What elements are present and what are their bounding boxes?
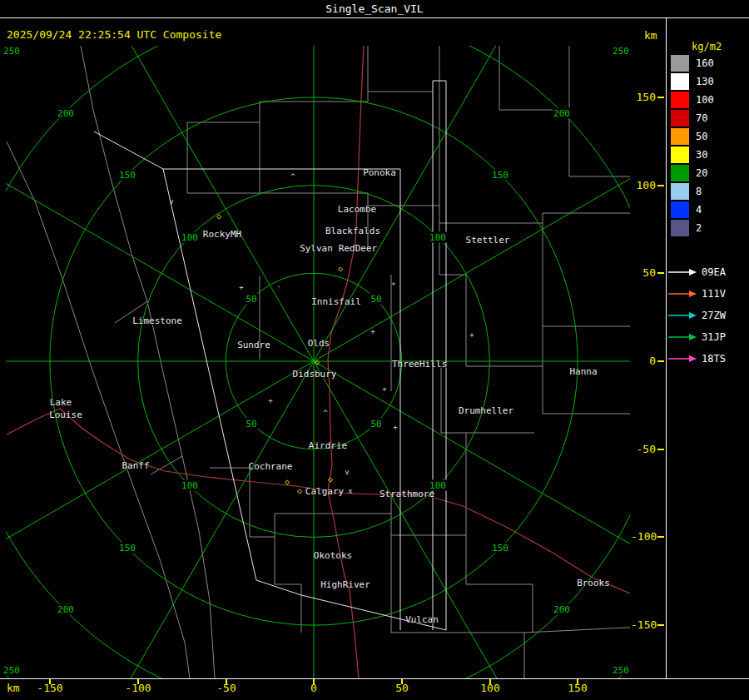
city-label: Okotoks (314, 550, 352, 561)
radar-map-canvas[interactable] (0, 0, 749, 700)
scale-value: 4 (696, 204, 702, 216)
radar-arrow-icon (667, 332, 697, 342)
y-axis-label: -150 (631, 618, 656, 631)
range-ring-label: 150 (118, 543, 136, 554)
scale-value: 70 (696, 112, 707, 124)
radar-arrow-icon (667, 354, 697, 364)
x-axis-tick (49, 679, 51, 684)
scale-swatch (671, 55, 689, 72)
city-label: Limestone (132, 315, 182, 326)
scale-swatch (671, 165, 689, 181)
city-label: RockyMH (203, 229, 241, 240)
bottom-separator-line (0, 678, 749, 679)
scale-swatch (671, 146, 689, 163)
scale-row: 70 (671, 110, 707, 127)
city-diamond-icon: ◇ (285, 477, 290, 486)
radar-site-id: 18TS (702, 353, 726, 365)
town-point-icon: ^ (290, 172, 295, 181)
radar-site-id: 09EA (702, 266, 726, 278)
city-label: Olds (308, 338, 330, 349)
scale-value: 20 (696, 167, 707, 179)
scan-timestamp: 2025/09/24 22:25:54 UTC Composite (7, 28, 221, 41)
y-axis-tick (657, 360, 664, 362)
color-scale-unit: kg/m2 (692, 41, 722, 52)
city-label: Brooks (577, 578, 610, 588)
city-label: Airdrie (309, 440, 347, 451)
city-diamond-icon: ◇ (328, 474, 333, 484)
city-label: Vulcan (405, 614, 439, 625)
range-ring-label: 200 (553, 604, 571, 615)
city-label: Ponoka (363, 167, 396, 178)
x-axis-unit: km (7, 682, 20, 694)
range-rings (0, 0, 749, 700)
town-point-icon: + (370, 327, 374, 335)
x-axis-tick (313, 679, 315, 684)
scale-value: 130 (696, 76, 714, 87)
radar-site-id: 111V (702, 288, 726, 300)
city-label: Innisfail (311, 296, 361, 307)
scale-swatch (671, 92, 689, 108)
town-point-icon: · (276, 283, 280, 291)
y-axis-label: 100 (631, 179, 656, 191)
town-point-icon: + (239, 283, 243, 291)
scale-row: 30 (671, 146, 707, 163)
radar-legend-row: 18TS (667, 353, 726, 365)
scale-value: 50 (696, 131, 707, 142)
x-axis-tick (226, 679, 227, 684)
city-label: ThreeHills (392, 359, 447, 370)
scale-value: 160 (696, 57, 714, 69)
range-ring-label: 100 (181, 232, 199, 243)
range-ring-label: 150 (118, 170, 136, 181)
scale-row: 130 (671, 73, 714, 90)
range-ring-label: 150 (491, 543, 509, 554)
window-title: Single_Scan_VIL (0, 0, 749, 18)
town-point-icon: + (268, 396, 272, 405)
city-label: Sundre (237, 340, 270, 350)
scale-swatch (671, 128, 689, 145)
scale-swatch (671, 73, 689, 90)
range-ring-label: 50 (245, 419, 257, 429)
y-axis-label: -100 (631, 530, 656, 543)
city-label: Hanna (569, 366, 597, 377)
city-label: Didsbury (293, 369, 337, 380)
radar-coverage-outline (94, 81, 446, 630)
x-axis-tick (137, 679, 139, 684)
y-axis-tick (657, 272, 664, 274)
city-label: RedDeer (339, 243, 377, 254)
radar-arrow-icon (667, 289, 697, 299)
radar-site-id: 27ZW (702, 310, 726, 321)
town-point-icon: v (345, 468, 349, 476)
range-ring-label: 50 (370, 419, 382, 429)
city-label: Strathmore (379, 489, 434, 499)
range-ring-label: 250 (2, 665, 21, 676)
range-ring-label: 250 (612, 46, 630, 57)
city-label: Lacombe (338, 204, 376, 215)
city-label: HighRiver (320, 579, 370, 590)
range-ring-label: 100 (429, 232, 447, 243)
y-axis-unit: km (644, 29, 657, 42)
range-ring-label: 200 (57, 604, 75, 615)
y-axis-label: 0 (631, 355, 656, 367)
range-ring-label: 250 (2, 46, 21, 57)
range-ring-label: 200 (57, 108, 75, 119)
y-axis-tick (657, 97, 664, 98)
scale-value: 2 (696, 222, 702, 234)
radar-app-window: { "window": { "title": "Single_Scan_VIL"… (0, 0, 749, 700)
scale-swatch (671, 183, 689, 200)
radar-arrow-icon (667, 310, 697, 320)
scale-row: 8 (671, 183, 702, 200)
city-label: Stettler (466, 235, 510, 246)
scale-row: 100 (671, 92, 714, 108)
town-point-icon: + (469, 330, 474, 339)
radar-legend-row: 09EA (667, 266, 726, 278)
city-diamond-icon: ◇ (216, 211, 221, 221)
radar-legend-row: 31JP (667, 331, 726, 343)
radar-legend-row: 27ZW (667, 310, 726, 321)
radar-site-id: 31JP (702, 331, 726, 343)
scale-swatch (671, 220, 689, 236)
y-axis-label: -50 (631, 443, 656, 455)
city-label: Sylvan (300, 243, 333, 254)
y-axis-tick (657, 449, 664, 450)
y-axis-label: 150 (631, 91, 656, 103)
scale-row: 4 (671, 201, 702, 218)
